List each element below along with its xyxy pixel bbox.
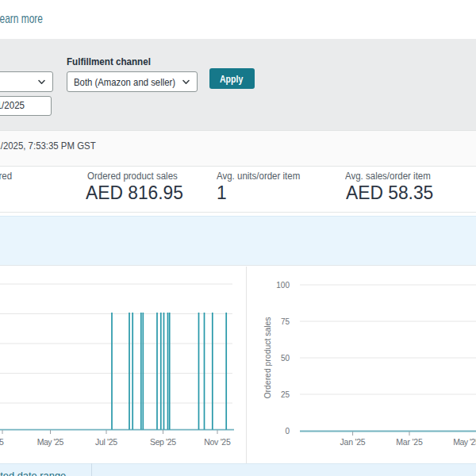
svg-text:Ordered product sales: Ordered product sales — [263, 317, 272, 399]
svg-text:Nov '25: Nov '25 — [204, 437, 231, 447]
svg-text:75: 75 — [281, 317, 290, 326]
svg-text:Mar '25: Mar '25 — [0, 437, 4, 447]
svg-text:Mar '25: Mar '25 — [396, 437, 423, 447]
svg-text:Jul '25: Jul '25 — [95, 437, 117, 447]
svg-text:Sep '25: Sep '25 — [150, 437, 176, 447]
svg-text:May '25: May '25 — [453, 437, 476, 447]
svg-text:50: 50 — [281, 354, 290, 363]
svg-text:0: 0 — [285, 427, 290, 436]
svg-text:May '25: May '25 — [37, 437, 64, 447]
svg-text:100: 100 — [276, 281, 290, 290]
svg-text:Jan '25: Jan '25 — [340, 437, 366, 447]
svg-text:25: 25 — [281, 390, 290, 399]
